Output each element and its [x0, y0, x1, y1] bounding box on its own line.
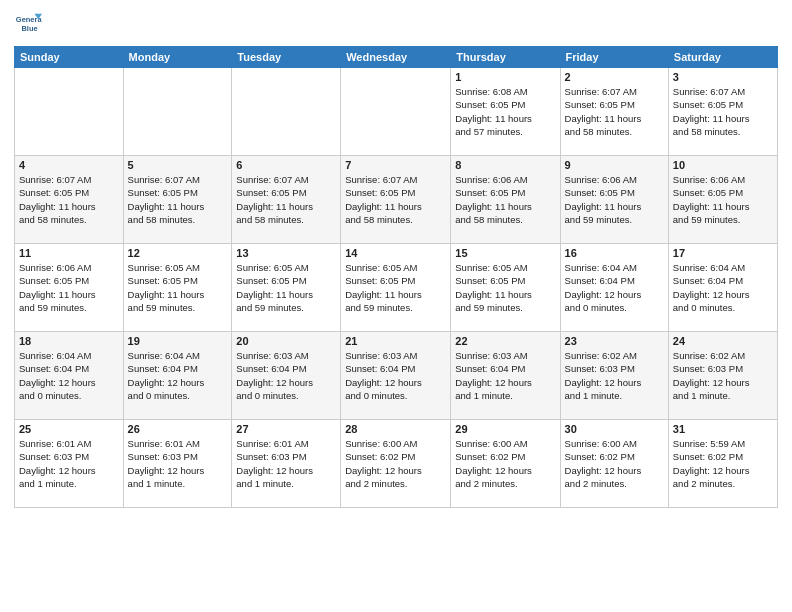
day-number: 14 [345, 247, 446, 259]
calendar-body: 1Sunrise: 6:08 AM Sunset: 6:05 PM Daylig… [15, 68, 778, 508]
day-number: 7 [345, 159, 446, 171]
calendar-table: SundayMondayTuesdayWednesdayThursdayFrid… [14, 46, 778, 508]
day-number: 16 [565, 247, 664, 259]
day-cell: 30Sunrise: 6:00 AM Sunset: 6:02 PM Dayli… [560, 420, 668, 508]
day-number: 11 [19, 247, 119, 259]
day-number: 22 [455, 335, 555, 347]
day-info: Sunrise: 6:06 AM Sunset: 6:05 PM Dayligh… [19, 261, 119, 314]
day-number: 21 [345, 335, 446, 347]
header-row: SundayMondayTuesdayWednesdayThursdayFrid… [15, 47, 778, 68]
calendar-page: General Blue SundayMondayTuesdayWednesda… [0, 0, 792, 612]
day-info: Sunrise: 6:05 AM Sunset: 6:05 PM Dayligh… [455, 261, 555, 314]
week-row-4: 18Sunrise: 6:04 AM Sunset: 6:04 PM Dayli… [15, 332, 778, 420]
header-cell-sunday: Sunday [15, 47, 124, 68]
day-number: 17 [673, 247, 773, 259]
day-info: Sunrise: 6:03 AM Sunset: 6:04 PM Dayligh… [455, 349, 555, 402]
day-cell: 17Sunrise: 6:04 AM Sunset: 6:04 PM Dayli… [668, 244, 777, 332]
day-number: 28 [345, 423, 446, 435]
day-number: 30 [565, 423, 664, 435]
day-cell: 31Sunrise: 5:59 AM Sunset: 6:02 PM Dayli… [668, 420, 777, 508]
calendar-header: SundayMondayTuesdayWednesdayThursdayFrid… [15, 47, 778, 68]
header-cell-friday: Friday [560, 47, 668, 68]
day-cell: 28Sunrise: 6:00 AM Sunset: 6:02 PM Dayli… [341, 420, 451, 508]
day-cell: 13Sunrise: 6:05 AM Sunset: 6:05 PM Dayli… [232, 244, 341, 332]
day-number: 18 [19, 335, 119, 347]
day-cell: 8Sunrise: 6:06 AM Sunset: 6:05 PM Daylig… [451, 156, 560, 244]
day-number: 25 [19, 423, 119, 435]
day-info: Sunrise: 6:08 AM Sunset: 6:05 PM Dayligh… [455, 85, 555, 138]
day-number: 19 [128, 335, 228, 347]
day-cell: 21Sunrise: 6:03 AM Sunset: 6:04 PM Dayli… [341, 332, 451, 420]
day-info: Sunrise: 6:00 AM Sunset: 6:02 PM Dayligh… [565, 437, 664, 490]
day-cell: 16Sunrise: 6:04 AM Sunset: 6:04 PM Dayli… [560, 244, 668, 332]
day-info: Sunrise: 6:03 AM Sunset: 6:04 PM Dayligh… [345, 349, 446, 402]
day-number: 8 [455, 159, 555, 171]
day-cell: 22Sunrise: 6:03 AM Sunset: 6:04 PM Dayli… [451, 332, 560, 420]
day-cell: 9Sunrise: 6:06 AM Sunset: 6:05 PM Daylig… [560, 156, 668, 244]
day-info: Sunrise: 6:03 AM Sunset: 6:04 PM Dayligh… [236, 349, 336, 402]
day-info: Sunrise: 6:07 AM Sunset: 6:05 PM Dayligh… [345, 173, 446, 226]
header-cell-thursday: Thursday [451, 47, 560, 68]
day-cell: 6Sunrise: 6:07 AM Sunset: 6:05 PM Daylig… [232, 156, 341, 244]
day-number: 26 [128, 423, 228, 435]
day-number: 20 [236, 335, 336, 347]
logo: General Blue [14, 10, 46, 38]
day-info: Sunrise: 6:01 AM Sunset: 6:03 PM Dayligh… [19, 437, 119, 490]
day-number: 23 [565, 335, 664, 347]
day-cell: 25Sunrise: 6:01 AM Sunset: 6:03 PM Dayli… [15, 420, 124, 508]
header-cell-wednesday: Wednesday [341, 47, 451, 68]
day-info: Sunrise: 6:07 AM Sunset: 6:05 PM Dayligh… [128, 173, 228, 226]
day-info: Sunrise: 6:01 AM Sunset: 6:03 PM Dayligh… [236, 437, 336, 490]
day-cell: 29Sunrise: 6:00 AM Sunset: 6:02 PM Dayli… [451, 420, 560, 508]
day-number: 9 [565, 159, 664, 171]
week-row-5: 25Sunrise: 6:01 AM Sunset: 6:03 PM Dayli… [15, 420, 778, 508]
day-cell: 3Sunrise: 6:07 AM Sunset: 6:05 PM Daylig… [668, 68, 777, 156]
day-info: Sunrise: 6:00 AM Sunset: 6:02 PM Dayligh… [455, 437, 555, 490]
day-number: 1 [455, 71, 555, 83]
week-row-2: 4Sunrise: 6:07 AM Sunset: 6:05 PM Daylig… [15, 156, 778, 244]
day-cell [232, 68, 341, 156]
day-number: 13 [236, 247, 336, 259]
day-number: 31 [673, 423, 773, 435]
day-number: 15 [455, 247, 555, 259]
day-number: 2 [565, 71, 664, 83]
logo-icon: General Blue [14, 10, 42, 38]
day-number: 4 [19, 159, 119, 171]
day-info: Sunrise: 6:05 AM Sunset: 6:05 PM Dayligh… [345, 261, 446, 314]
day-cell: 2Sunrise: 6:07 AM Sunset: 6:05 PM Daylig… [560, 68, 668, 156]
day-cell: 5Sunrise: 6:07 AM Sunset: 6:05 PM Daylig… [123, 156, 232, 244]
day-number: 10 [673, 159, 773, 171]
day-info: Sunrise: 6:04 AM Sunset: 6:04 PM Dayligh… [19, 349, 119, 402]
day-number: 29 [455, 423, 555, 435]
day-info: Sunrise: 6:00 AM Sunset: 6:02 PM Dayligh… [345, 437, 446, 490]
day-number: 27 [236, 423, 336, 435]
header-cell-monday: Monday [123, 47, 232, 68]
day-info: Sunrise: 6:04 AM Sunset: 6:04 PM Dayligh… [128, 349, 228, 402]
day-info: Sunrise: 6:05 AM Sunset: 6:05 PM Dayligh… [128, 261, 228, 314]
day-cell: 27Sunrise: 6:01 AM Sunset: 6:03 PM Dayli… [232, 420, 341, 508]
day-number: 5 [128, 159, 228, 171]
day-info: Sunrise: 6:06 AM Sunset: 6:05 PM Dayligh… [673, 173, 773, 226]
day-cell [123, 68, 232, 156]
week-row-1: 1Sunrise: 6:08 AM Sunset: 6:05 PM Daylig… [15, 68, 778, 156]
day-cell: 24Sunrise: 6:02 AM Sunset: 6:03 PM Dayli… [668, 332, 777, 420]
day-info: Sunrise: 6:02 AM Sunset: 6:03 PM Dayligh… [565, 349, 664, 402]
day-cell: 1Sunrise: 6:08 AM Sunset: 6:05 PM Daylig… [451, 68, 560, 156]
header-cell-tuesday: Tuesday [232, 47, 341, 68]
week-row-3: 11Sunrise: 6:06 AM Sunset: 6:05 PM Dayli… [15, 244, 778, 332]
day-info: Sunrise: 6:07 AM Sunset: 6:05 PM Dayligh… [19, 173, 119, 226]
day-info: Sunrise: 6:06 AM Sunset: 6:05 PM Dayligh… [565, 173, 664, 226]
day-info: Sunrise: 6:07 AM Sunset: 6:05 PM Dayligh… [673, 85, 773, 138]
day-cell: 7Sunrise: 6:07 AM Sunset: 6:05 PM Daylig… [341, 156, 451, 244]
day-cell [15, 68, 124, 156]
svg-text:Blue: Blue [21, 24, 37, 33]
day-info: Sunrise: 6:04 AM Sunset: 6:04 PM Dayligh… [673, 261, 773, 314]
header-cell-saturday: Saturday [668, 47, 777, 68]
day-number: 3 [673, 71, 773, 83]
day-cell: 23Sunrise: 6:02 AM Sunset: 6:03 PM Dayli… [560, 332, 668, 420]
day-info: Sunrise: 6:01 AM Sunset: 6:03 PM Dayligh… [128, 437, 228, 490]
day-info: Sunrise: 5:59 AM Sunset: 6:02 PM Dayligh… [673, 437, 773, 490]
day-cell: 26Sunrise: 6:01 AM Sunset: 6:03 PM Dayli… [123, 420, 232, 508]
day-cell: 10Sunrise: 6:06 AM Sunset: 6:05 PM Dayli… [668, 156, 777, 244]
day-number: 12 [128, 247, 228, 259]
